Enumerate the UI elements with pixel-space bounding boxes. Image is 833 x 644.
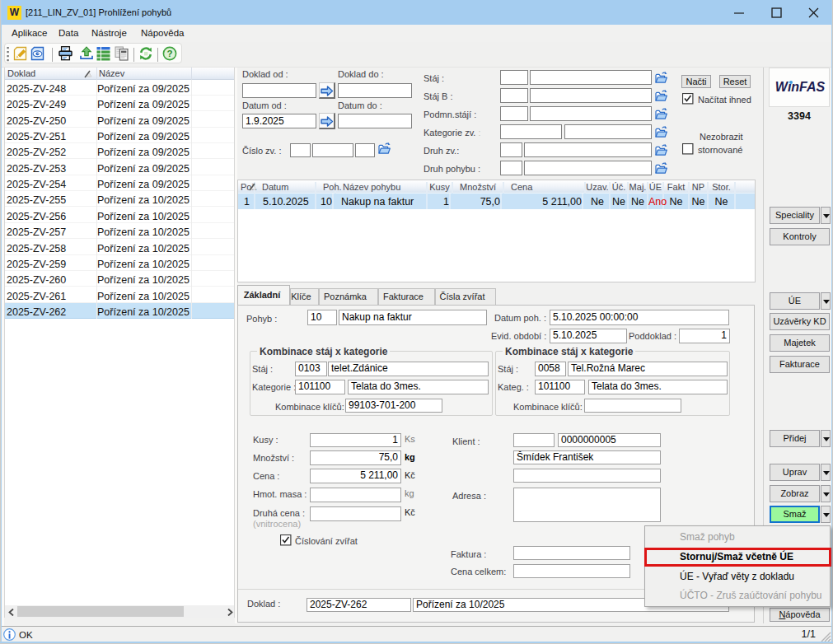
svg-text:?: ? xyxy=(166,49,172,58)
